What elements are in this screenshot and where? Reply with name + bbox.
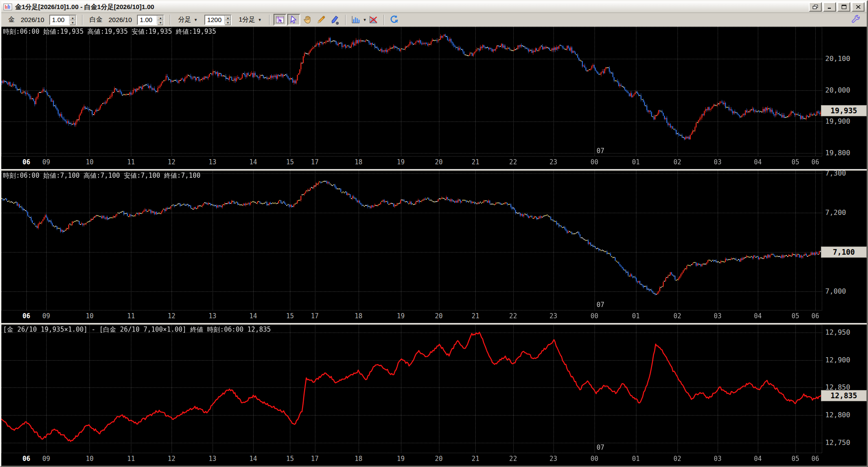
pencil-icon [317, 15, 326, 24]
y-axis-label: 12,800 [825, 411, 850, 419]
gold-chart-panel: 時刻:06:00 始値:19,935 高値:19,935 安値:19,935 終… [1, 27, 867, 169]
x-axis-label: 15 [286, 158, 294, 166]
gold-ohlc-readout: 時刻:06:00 始値:19,935 高値:19,935 安値:19,935 終… [3, 28, 216, 36]
bar-chart-icon [351, 15, 360, 24]
x-axis-label: 02 [674, 158, 681, 166]
x-axis-label: 04 [754, 158, 762, 166]
gold-multiplier-down-button[interactable]: ▼ [70, 20, 76, 25]
app-window: 金1分足[2026/10]1.00 - 白金1分足[2026/10]1.00 金… [0, 0, 868, 467]
interval-dropdown[interactable]: 1分足 ▼ [236, 15, 264, 25]
x-axis-label: 18 [355, 455, 362, 463]
platinum-multiplier-value: 1.00 [138, 16, 157, 24]
x-axis-label: 09 [42, 455, 50, 463]
x-axis-label: 06 [811, 312, 819, 320]
refresh-button[interactable]: R [388, 14, 401, 26]
x-axis-label: 01 [632, 158, 640, 166]
x-axis-label: 13 [209, 312, 216, 320]
x-axis-label: 11 [127, 158, 135, 166]
bar-count-value: 1200 [205, 16, 224, 24]
x-axis-label: 09 [42, 158, 50, 166]
marker-crosshair-icon [330, 15, 340, 25]
bar-count-down-button[interactable]: ▼ [225, 20, 231, 25]
x-axis-label: 22 [509, 158, 517, 166]
hand-icon [303, 15, 312, 25]
chart-type-button[interactable] [350, 14, 362, 26]
y-axis-label: 12,950 [825, 329, 850, 336]
settings-wrench-button[interactable] [850, 14, 861, 26]
interval-value: 1分足 [238, 16, 255, 24]
platinum-time-axis: 0609101112131415171819202122230001020304… [1, 310, 822, 323]
platinum-chart-panel: 時刻:06:00 始値:7,100 高値:7,100 安値:7,100 終値:7… [1, 171, 867, 323]
platinum-multiplier-up-button[interactable]: ▲ [157, 16, 163, 20]
platinum-multiplier-down-button[interactable]: ▼ [157, 20, 163, 25]
x-axis-label: 15 [286, 312, 294, 320]
chart-cursor-mode-button[interactable] [273, 14, 286, 26]
x-axis-label: 00 [591, 158, 598, 166]
x-axis-label: 17 [311, 158, 319, 166]
x-axis-label: 13 [209, 158, 216, 166]
maximize-button[interactable] [837, 2, 850, 12]
x-axis-label: 05 [792, 312, 799, 320]
y-axis-label: 19,900 [825, 118, 850, 125]
platinum-ohlc-readout: 時刻:06:00 始値:7,100 高値:7,100 安値:7,100 終値:7… [3, 172, 200, 180]
gold-multiplier-value: 1.00 [50, 16, 69, 24]
y-axis-label: 12,900 [825, 356, 850, 364]
x-axis-label: 04 [754, 455, 762, 463]
title-bar[interactable]: 金1分足[2026/10]1.00 - 白金1分足[2026/10]1.00 [1, 1, 867, 13]
gold-chart-canvas[interactable] [1, 27, 822, 157]
y-axis-label: 7,300 [825, 170, 846, 177]
bar-chart-delete-icon [369, 15, 378, 24]
svg-text:R: R [395, 19, 398, 23]
restore-window-button[interactable] [809, 2, 822, 12]
date-change-label: 07 [597, 301, 604, 309]
spread-last-value-badge: 12,835 [821, 390, 867, 401]
gold-multiplier-up-button[interactable]: ▲ [70, 16, 76, 20]
bar-count-spinner[interactable]: 1200 ▲▼ [204, 15, 232, 25]
x-axis-label: 10 [86, 455, 93, 463]
pan-hand-button[interactable] [301, 14, 314, 26]
toolbar-separator [269, 15, 270, 25]
spread-readout: [金 26/10 19,935×1.00] - [白金 26/10 7,100×… [3, 326, 271, 334]
x-axis-label: 06 [22, 158, 30, 166]
x-axis-label: 14 [249, 312, 257, 320]
remove-chart-button[interactable] [367, 14, 380, 26]
x-axis-label: 06 [811, 158, 819, 166]
x-axis-label: 20 [435, 455, 442, 463]
draw-pencil-button[interactable] [315, 14, 328, 26]
chevron-down-icon[interactable]: ▼ [363, 18, 367, 22]
x-axis-label: 19 [397, 455, 405, 463]
marker-crosshair-button[interactable] [329, 14, 342, 26]
x-axis-label: 10 [86, 312, 93, 320]
x-axis-label: 23 [550, 158, 557, 166]
x-axis-label: 23 [550, 312, 557, 320]
x-axis-label: 21 [471, 455, 479, 463]
refresh-icon: R [389, 15, 399, 25]
x-axis-label: 12 [168, 455, 175, 463]
gold-multiplier-spinner[interactable]: 1.00 ▲▼ [49, 15, 76, 25]
gold-contract-month: 2026/10 [21, 16, 44, 23]
close-button[interactable] [852, 2, 865, 12]
spread-chart-canvas[interactable] [1, 325, 822, 453]
table-arrow-icon [275, 15, 285, 24]
x-axis-label: 11 [127, 455, 135, 463]
x-axis-label: 00 [591, 455, 598, 463]
minimize-button[interactable] [823, 2, 836, 12]
y-axis-label: 7,000 [825, 288, 846, 295]
toolbar-separator [345, 15, 346, 25]
bar-count-up-button[interactable]: ▲ [225, 16, 231, 20]
x-axis-label: 14 [249, 158, 257, 166]
select-cursor-button[interactable] [287, 14, 300, 26]
x-axis-label: 20 [435, 158, 442, 166]
toolbar-separator [170, 15, 171, 25]
platinum-multiplier-spinner[interactable]: 1.00 ▲▼ [137, 15, 164, 25]
x-axis-label: 02 [674, 455, 681, 463]
toolbar-separator [82, 15, 83, 25]
x-axis-label: 06 [811, 455, 819, 463]
x-axis-label: 20 [435, 312, 442, 320]
platinum-chart-canvas[interactable] [1, 171, 822, 310]
x-axis-label: 11 [127, 312, 135, 320]
y-axis-label: 19,800 [825, 149, 850, 157]
bar-type-dropdown[interactable]: 分足 ▼ [175, 15, 200, 25]
x-axis-label: 18 [355, 312, 362, 320]
platinum-symbol-label: 白金 [89, 16, 102, 24]
